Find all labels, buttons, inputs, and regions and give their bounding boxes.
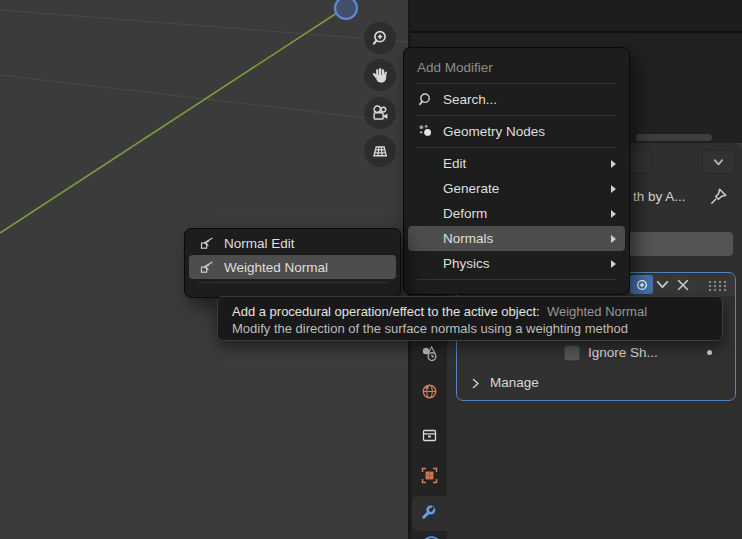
scene-properties-tab[interactable] (421, 345, 438, 362)
camera-view-gizmo-button[interactable] (364, 97, 396, 129)
submenu-arrow-icon (611, 185, 616, 193)
object-properties-tab[interactable] (421, 467, 438, 484)
submenu-arrow-icon (611, 235, 616, 243)
drag-handle-dots[interactable] (708, 280, 727, 292)
properties-header-dropdown[interactable] (702, 150, 735, 174)
menu-item-geometry-nodes[interactable]: Geometry Nodes (408, 119, 625, 144)
tooltip: Add a procedural operation/effect to the… (217, 296, 723, 341)
menu-separator (198, 282, 387, 283)
ignore-shading-checkbox[interactable] (564, 345, 580, 361)
ignore-shading-label: Ignore Sh... (588, 345, 658, 360)
menu-separator (417, 279, 616, 280)
submenu-arrow-icon (611, 160, 616, 168)
submenu-arrow-icon (611, 210, 616, 218)
menu-separator (417, 147, 616, 148)
menu-item-deform[interactable]: Deform (408, 201, 625, 226)
menu-item-physics[interactable]: Physics (408, 251, 625, 276)
submenu-arrow-icon (611, 260, 616, 268)
submenu-item-weighted-normal[interactable]: Weighted Normal (189, 255, 396, 279)
tooltip-line1: Add a procedural operation/effect to the… (232, 303, 708, 320)
world-properties-tab[interactable] (421, 383, 438, 400)
animate-decorator-dot[interactable] (707, 350, 712, 355)
hand-icon (371, 66, 389, 84)
pin-icon[interactable] (709, 187, 728, 206)
normals-submenu: Normal Edit Weighted Normal (184, 228, 401, 298)
collection-properties-tab[interactable] (421, 427, 438, 444)
grid-gizmo-button[interactable] (364, 135, 396, 167)
tooltip-line2: Modify the direction of the surface norm… (232, 320, 708, 337)
menu-separator (417, 115, 616, 116)
menu-item-normals[interactable]: Normals (408, 226, 625, 251)
search-icon (417, 92, 434, 107)
submenu-item-normal-edit[interactable]: Normal Edit (189, 231, 396, 255)
menu-item-generate[interactable]: Generate (408, 176, 625, 201)
magnifier-plus-icon (371, 29, 389, 47)
menu-item-search[interactable]: Search... (408, 87, 625, 112)
chevron-down-icon (712, 156, 725, 168)
menu-title: Add Modifier (404, 54, 629, 80)
camera-icon (371, 104, 389, 122)
chevron-right-icon (472, 378, 480, 389)
tooltip-value: Weighted Normal (547, 304, 647, 319)
edge-highlight-green (0, 9, 343, 233)
zoom-gizmo-button[interactable] (364, 22, 396, 54)
vertex-gizmo-circle[interactable] (335, 0, 357, 19)
manage-section-header[interactable]: Manage (490, 375, 539, 390)
geometry-nodes-icon (417, 124, 434, 140)
normal-edit-modifier-icon (198, 236, 215, 250)
render-camera-icon (635, 278, 649, 292)
pinned-modifier-label[interactable]: th by A... (633, 189, 686, 204)
perspective-grid-icon (371, 142, 389, 160)
add-modifier-menu: Add Modifier Search... Geometry N (403, 47, 630, 295)
horizontal-scrollbar[interactable] (636, 134, 712, 141)
close-icon[interactable] (676, 278, 690, 292)
blender-window: th by A... ier Ignore Sh... Manage Add M… (0, 0, 742, 539)
panel-collapse-chevron-icon[interactable] (655, 278, 670, 291)
wrench-icon (420, 504, 437, 521)
outliner-area (411, 0, 742, 31)
weighted-normal-modifier-icon (198, 260, 215, 274)
menu-separator (417, 83, 616, 84)
menu-item-edit[interactable]: Edit (408, 151, 625, 176)
pan-gizmo-button[interactable] (364, 59, 396, 91)
render-visibility-toggle[interactable] (630, 275, 653, 294)
